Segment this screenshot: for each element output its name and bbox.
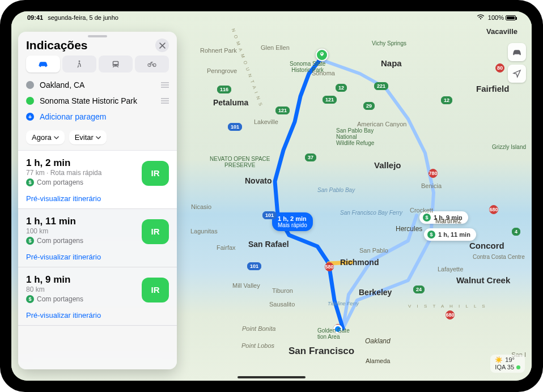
map-mode-button[interactable] <box>508 43 526 61</box>
place-contra-costa: Contra Costa Centre <box>473 254 525 260</box>
mode-walk-button[interactable] <box>62 56 96 73</box>
city-lagunitas: Lagunitas <box>190 228 218 235</box>
place-san-pablo-bay: San Pablo Bay <box>317 187 355 193</box>
city-benicia: Benicia <box>421 182 442 189</box>
route-badge-subtitle: Mais rápido <box>278 222 307 228</box>
city-glen-ellen: Glen Ellen <box>261 44 290 51</box>
add-stop-button[interactable]: + Adicionar paragem <box>26 109 169 125</box>
drag-handle-icon[interactable] <box>161 82 169 88</box>
destination-pin[interactable] <box>316 49 328 61</box>
shield-ca24: 24 <box>413 286 425 293</box>
origin-icon <box>26 81 34 89</box>
city-napa: Napa <box>381 58 402 68</box>
plus-icon: + <box>26 113 34 121</box>
city-american-canyon: American Canyon <box>357 121 406 127</box>
city-petaluma: Petaluma <box>213 98 248 107</box>
panel-grabber[interactable] <box>88 35 107 37</box>
weather-widget[interactable]: ☀️ 19° IQA 35 <box>490 355 525 373</box>
route-meta: 80 km <box>26 286 139 293</box>
route-time: 1 h, 9 min <box>26 274 139 286</box>
shield-i680: 680 <box>446 310 455 319</box>
city-vallejo: Vallejo <box>374 160 401 170</box>
wifi-icon <box>477 14 485 21</box>
route-option-2[interactable]: 1 h, 11 min 100 km $ Com portagens IR Pr… <box>18 208 177 267</box>
preview-route-link[interactable]: Pré-visualizar itinerário <box>26 194 169 203</box>
city-novato: Novato <box>245 176 272 185</box>
preview-route-link[interactable]: Pré-visualizar itinerário <box>26 311 169 319</box>
chevron-down-icon <box>96 136 101 139</box>
route-meta: 77 km · Rota mais rápida <box>26 169 139 177</box>
city-san-rafael: San Rafael <box>248 240 289 249</box>
stop-to-label: Sonoma State Historic Park <box>40 96 137 105</box>
status-bar: 09:41 segunda-feira, 5 de junho 100% <box>11 11 532 24</box>
place-point-lobos: Point Lobos <box>241 342 274 349</box>
go-button[interactable]: IR <box>142 219 169 244</box>
route-option-1[interactable]: 1 h, 2 min 77 km · Rota mais rápida $ Co… <box>18 150 177 209</box>
route-badge-primary[interactable]: 1 h, 2 min Mais rápido <box>272 212 313 231</box>
shield-ca12: 12 <box>441 96 452 104</box>
avoid-button[interactable]: Evitar <box>69 130 107 144</box>
svg-rect-2 <box>113 62 118 64</box>
screen: 1 h, 2 min Mais rápido $ 1 h, 9 min $ 1 … <box>11 11 532 381</box>
toll-icon: $ <box>26 178 34 186</box>
city-penngrove: Penngrove <box>207 67 237 74</box>
drag-handle-icon[interactable] <box>161 98 169 104</box>
stop-from-label: Oakland, CA <box>40 80 84 90</box>
svg-point-5 <box>148 63 151 66</box>
toll-icon: $ <box>423 214 431 221</box>
toll-icon: $ <box>26 295 34 303</box>
shield-ca121: 121 <box>275 106 290 114</box>
city-walnut-creek: Walnut Creek <box>456 275 510 285</box>
route-time: 1 h, 11 min <box>26 216 139 227</box>
mode-transit-button[interactable] <box>99 56 133 73</box>
preview-route-link[interactable]: Pré-visualizar itinerário <box>26 253 169 261</box>
city-oakland: Oakland <box>365 337 391 345</box>
shield-us101: 101 <box>247 262 261 270</box>
stop-to[interactable]: Sonoma State Historic Park <box>26 93 169 109</box>
place-grizzly-island: Grizzly Island <box>492 144 526 150</box>
chevron-down-icon <box>54 136 59 139</box>
city-rohnert-park: Rohnert Park <box>200 47 237 54</box>
city-berkeley: Berkeley <box>359 288 392 297</box>
transport-segmented-control <box>18 56 177 77</box>
route-stops: Oakland, CA Sonoma State Historic Park +… <box>26 77 169 125</box>
place-vichy-springs: Vichy Springs <box>372 40 406 46</box>
city-nicasio: Nicasio <box>191 203 211 210</box>
city-lafayette: Lafayette <box>438 266 463 272</box>
ipad-frame: 1 h, 2 min Mais rápido $ 1 h, 9 min $ 1 … <box>0 0 543 392</box>
add-stop-label: Adicionar paragem <box>40 112 107 121</box>
toll-icon: $ <box>427 231 435 238</box>
city-san-francisco: San Francisco <box>289 346 354 357</box>
route-toll: $ Com portagens <box>26 237 139 245</box>
directions-panel: Indicações <box>18 32 177 369</box>
city-concord: Concord <box>469 241 504 250</box>
svg-point-4 <box>117 65 118 66</box>
place-sp-bay-nwr: San Pablo BayNationalWildlife Refuge <box>336 127 374 146</box>
go-button[interactable]: IR <box>142 161 169 186</box>
sun-icon: ☀️ <box>495 356 503 364</box>
home-indicator <box>237 376 306 378</box>
city-alameda: Alameda <box>366 357 390 364</box>
route-badge-alt2[interactable]: $ 1 h, 11 min <box>424 228 476 241</box>
shield-i80: 80 <box>495 63 504 73</box>
close-button[interactable] <box>155 39 169 52</box>
leave-time-button[interactable]: Agora <box>26 130 65 144</box>
shield-ca37: 37 <box>305 154 316 161</box>
route-option-3[interactable]: 1 h, 9 min 80 km $ Com portagens IR Pré-… <box>18 267 177 326</box>
shield-us101: 101 <box>228 123 242 131</box>
status-date: segunda-feira, 5 de junho <box>48 14 118 21</box>
shield-i780: 780 <box>429 169 438 178</box>
battery-icon: 100% <box>488 14 516 21</box>
place-tideline-ferry: Tideline Ferry <box>328 301 359 307</box>
mode-drive-button[interactable] <box>26 56 60 73</box>
city-martinez: Martinez <box>435 217 461 225</box>
city-hercules: Hercules <box>396 225 422 233</box>
locate-button[interactable] <box>508 65 526 83</box>
stop-from[interactable]: Oakland, CA <box>26 77 169 93</box>
aqi-dot-icon <box>516 365 520 369</box>
go-button[interactable]: IR <box>142 278 169 302</box>
toll-icon: $ <box>26 237 34 245</box>
shield-us101: 101 <box>262 211 277 219</box>
mode-cycle-button[interactable] <box>135 56 169 73</box>
city-crockett: Crockett <box>410 207 433 214</box>
